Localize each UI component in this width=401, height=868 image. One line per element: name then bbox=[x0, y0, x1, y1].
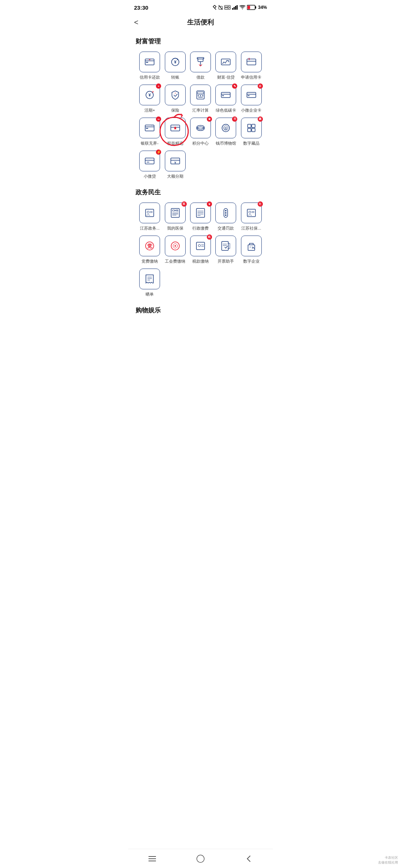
admin-fee-icon bbox=[195, 207, 206, 218]
svg-rect-29 bbox=[198, 92, 203, 94]
svg-rect-57 bbox=[248, 124, 251, 128]
svg-text:CHS: CHS bbox=[172, 209, 179, 212]
item-wealth-credit[interactable]: 财富·信贷 bbox=[213, 52, 238, 80]
installment-icon: ¥ bbox=[170, 155, 181, 167]
item-label-small-biz: 小微企业卡 bbox=[241, 108, 261, 113]
apply-card-icon bbox=[246, 56, 257, 68]
item-admin-fee[interactable]: ¥ 行政缴费 bbox=[188, 203, 213, 231]
item-insurance[interactable]: 保险 bbox=[162, 85, 188, 113]
item-label-insurance: 保险 bbox=[171, 108, 179, 113]
micro-loan-icon bbox=[144, 155, 155, 167]
item-label-wealth-credit: 财富·信贷 bbox=[217, 75, 235, 80]
svg-rect-18 bbox=[247, 59, 256, 65]
item-digital-biz[interactable]: 数字企业 bbox=[239, 236, 264, 264]
green-card-badge: ✎ bbox=[232, 83, 237, 89]
svg-point-93 bbox=[175, 245, 176, 247]
svg-rect-8 bbox=[247, 6, 250, 9]
svg-rect-85 bbox=[247, 209, 255, 217]
small-biz-badge: 企 bbox=[258, 83, 263, 89]
item-coin-museum[interactable]: 币 圆 钱币博物馆 bbox=[213, 118, 238, 146]
item-apply-credit[interactable]: 申请信用卡 bbox=[239, 52, 264, 80]
invoice-icon bbox=[220, 240, 231, 251]
section-title-gov: 政务民生 bbox=[136, 188, 265, 197]
item-label-apply-credit: 申请信用卡 bbox=[241, 75, 261, 80]
item-unionpay[interactable]: ∞ … 银联无界- bbox=[137, 118, 162, 146]
svg-rect-43 bbox=[146, 128, 148, 129]
svg-rect-4 bbox=[235, 6, 236, 10]
coin-badge: 币 bbox=[232, 116, 237, 122]
wealth-chart-icon bbox=[220, 56, 231, 68]
item-traffic-fine[interactable]: 交通罚款 bbox=[213, 203, 238, 231]
svg-point-83 bbox=[225, 212, 226, 214]
no-signal-icon bbox=[218, 5, 223, 10]
svg-point-95 bbox=[198, 244, 200, 247]
item-label-party-fee: 党费缴纳 bbox=[141, 259, 158, 264]
item-transfer[interactable]: ¥ 转账 bbox=[162, 52, 188, 80]
item-credit-repay[interactable]: 信用卡还款 bbox=[137, 52, 162, 80]
status-bar: 23:30 HD bbox=[128, 0, 273, 13]
svg-point-68 bbox=[147, 211, 149, 213]
item-label-jiangsu-gov: 江苏政务... bbox=[140, 226, 160, 231]
item-union-fee[interactable]: 工会费缴纳 bbox=[162, 236, 188, 264]
item-receipt[interactable]: 晒单 bbox=[137, 269, 162, 297]
svg-text:¥: ¥ bbox=[149, 93, 151, 97]
svg-point-82 bbox=[225, 210, 226, 211]
item-huoqi-plus[interactable]: + ¥ + 活期+ bbox=[137, 85, 162, 113]
svg-rect-37 bbox=[222, 95, 224, 96]
gov-id-icon bbox=[144, 207, 155, 218]
battery-percent: 34% bbox=[258, 5, 267, 10]
item-jiangsu-gov[interactable]: 江苏政务... bbox=[137, 203, 162, 231]
huoqi-badge: + bbox=[156, 83, 161, 89]
wealth-grid: 信用卡还款 ¥ 转账 bbox=[136, 52, 265, 179]
status-time: 23:30 bbox=[134, 4, 148, 11]
svg-text:¥: ¥ bbox=[174, 161, 176, 164]
item-loan[interactable]: 借款 bbox=[188, 52, 213, 80]
battery-icon bbox=[247, 5, 257, 10]
svg-line-26 bbox=[175, 94, 177, 96]
item-label-rights: 权益精选 bbox=[167, 141, 183, 146]
item-label-micro-loan: 小微贷 bbox=[144, 174, 156, 179]
svg-point-30 bbox=[198, 95, 199, 96]
item-digital-items[interactable]: 藏 数字藏品 bbox=[239, 118, 264, 146]
item-invoice[interactable]: 开票助手 bbox=[213, 236, 238, 264]
gov-grid: 江苏政务... 医 CHS 我的医保 bbox=[136, 203, 265, 297]
svg-text:党: 党 bbox=[147, 243, 152, 249]
green-card-icon bbox=[220, 89, 231, 101]
svg-rect-60 bbox=[252, 128, 255, 132]
svg-point-84 bbox=[225, 214, 226, 216]
item-exchange-calc[interactable]: 汇率计算 bbox=[188, 85, 213, 113]
item-installment[interactable]: ¥ 大额分期 bbox=[162, 151, 188, 179]
item-label-digital-biz: 数字企业 bbox=[243, 259, 260, 264]
wifi-icon bbox=[239, 5, 245, 10]
party-icon: 党 bbox=[144, 240, 155, 251]
section-gov: 政务民生 江苏政务... 医 bbox=[128, 182, 273, 300]
item-tax[interactable]: 税 税款缴纳 bbox=[188, 236, 213, 264]
item-micro-loan[interactable]: ⚡ 小微贷 bbox=[137, 151, 162, 179]
digital-biz-icon bbox=[246, 240, 257, 251]
signal-icon bbox=[232, 5, 238, 10]
item-label-coin-museum: 钱币博物馆 bbox=[216, 141, 236, 146]
svg-text:+: + bbox=[152, 90, 154, 94]
svg-rect-58 bbox=[252, 124, 255, 128]
traffic-icon bbox=[220, 207, 231, 218]
rights-icon bbox=[170, 122, 181, 134]
back-button[interactable]: < bbox=[134, 18, 146, 27]
item-rights[interactable]: 权益精选 bbox=[162, 118, 188, 146]
item-label-jiangsu-social: 江苏社保... bbox=[241, 226, 261, 231]
transfer-icon: ¥ bbox=[170, 56, 181, 68]
item-label-invoice: 开票助手 bbox=[218, 259, 234, 264]
micro-loan-badge: ⚡ bbox=[156, 149, 161, 155]
social-badge: 社 bbox=[258, 201, 263, 207]
item-medicare[interactable]: 医 CHS 我的医保 bbox=[162, 203, 188, 231]
item-label-medicare: 我的医保 bbox=[167, 226, 183, 231]
item-jiangsu-social[interactable]: 社 江苏社保... bbox=[239, 203, 264, 231]
svg-rect-61 bbox=[145, 158, 154, 164]
svg-rect-5 bbox=[237, 5, 238, 10]
svg-point-32 bbox=[202, 95, 203, 96]
union-icon bbox=[170, 240, 181, 251]
item-party-fee[interactable]: 党 党费缴纳 bbox=[137, 236, 162, 264]
item-green-card[interactable]: ✎ 绿色低碳卡 bbox=[213, 85, 238, 113]
item-points[interactable]: ★ 积分中心 bbox=[188, 118, 213, 146]
item-small-biz[interactable]: 企 小微企业卡 bbox=[239, 85, 264, 113]
section-title-shopping: 购物娱乐 bbox=[136, 306, 265, 315]
